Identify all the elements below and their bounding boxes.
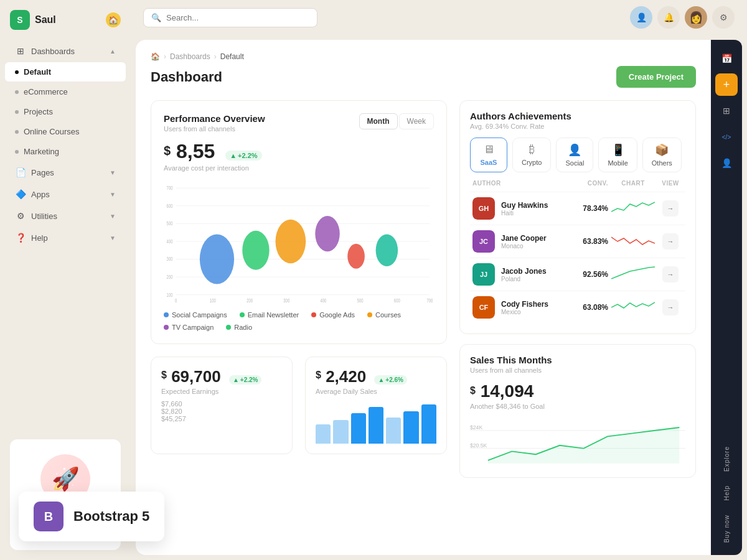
- author-name: Jane Cooper: [501, 234, 565, 243]
- cat-tab-mobile[interactable]: 📱 Mobile: [598, 138, 637, 172]
- author-avatar: JC: [472, 230, 495, 253]
- author-info: Jacob Jones Poland: [501, 267, 565, 282]
- badge-arrow: ▲: [230, 152, 237, 159]
- bubble-google: [276, 220, 306, 263]
- explore-label[interactable]: Explore: [723, 441, 730, 477]
- social-icon: 👤: [568, 143, 581, 157]
- cat-tab-crypto[interactable]: ₿ Crypto: [512, 138, 551, 172]
- sidebar-item-label: Utilities: [31, 212, 57, 221]
- sidebar-item-default[interactable]: Default: [5, 62, 126, 82]
- search-box[interactable]: 🔍: [143, 8, 317, 27]
- bar: [369, 407, 383, 444]
- tab-month[interactable]: Month: [359, 113, 398, 129]
- author-name: Cody Fishers: [501, 300, 565, 309]
- others-icon: 📦: [655, 143, 669, 157]
- authors-title: Authors Achievements: [470, 111, 685, 121]
- chevron-icon: ▼: [110, 213, 116, 220]
- cat-tab-others[interactable]: 📦 Others: [642, 138, 682, 172]
- author-chart: [608, 265, 658, 284]
- app-name: Saul: [35, 14, 56, 26]
- authors-table: AUTHOR CONV. CHART VIEW GH: [470, 180, 685, 324]
- bubble-chart: 700 600 500 400 300 200 100 0 100 200: [164, 179, 434, 304]
- buy-now-label[interactable]: Buy now: [723, 510, 730, 548]
- sales-dollar: $: [470, 385, 476, 396]
- sidebar-item-label: Dashboards: [31, 47, 75, 56]
- badge-arrow: ▲: [378, 376, 384, 383]
- notifications-button[interactable]: 🔔: [657, 6, 680, 29]
- author-view: →: [658, 299, 683, 315]
- svg-text:600: 600: [167, 203, 173, 209]
- legend-dot: [311, 312, 316, 317]
- legend-label: Google Ads: [319, 311, 355, 319]
- sidebar-item-marketing[interactable]: Marketing: [5, 142, 126, 161]
- sidebar-item-utilities[interactable]: ⚙ Utilities ▼: [5, 205, 126, 226]
- tab-week[interactable]: Week: [399, 113, 434, 129]
- topbar-icons: 👤 🔔 👩 ⚙: [630, 6, 735, 29]
- cat-tab-social[interactable]: 👤 Social: [556, 138, 593, 172]
- svg-text:600: 600: [394, 297, 400, 304]
- daily-sales-label: Average Daily Sales: [316, 388, 436, 395]
- sidebar-item-label: Default: [24, 67, 51, 77]
- legend-dot: [240, 312, 245, 317]
- earnings-dollar: $: [161, 370, 167, 381]
- dashboard-cols: Performance Overview Users from all chan…: [151, 100, 696, 478]
- stats-row: $ 69,700 ▲ +2.2% Expected Earnings: [151, 357, 447, 454]
- search-input[interactable]: [166, 13, 309, 22]
- settings-button[interactable]: ⚙: [712, 6, 735, 29]
- legend-dot: [226, 325, 231, 330]
- author-view: →: [658, 200, 683, 217]
- author-info: Guy Hawkins Haiti: [501, 201, 565, 217]
- create-project-button[interactable]: Create Project: [616, 66, 696, 88]
- sidebar-item-online-courses[interactable]: Online Courses: [5, 122, 126, 141]
- legend-item: Google Ads: [311, 311, 355, 319]
- th-conv: CONV.: [565, 180, 608, 187]
- sidebar-item-ecommerce[interactable]: eCommerce: [5, 82, 126, 101]
- topbar-avatar[interactable]: 👩: [685, 6, 707, 29]
- cat-tab-saas[interactable]: 🖥 SaaS: [470, 138, 507, 172]
- sidebar-item-projects[interactable]: Projects: [5, 102, 126, 121]
- svg-text:500: 500: [167, 220, 173, 226]
- daily-sales-value: $ 2,420 ▲ +2.6%: [316, 367, 407, 386]
- right-icon-bar: 📅 + ⊞ </> 👤 Explore Help Buy now: [711, 40, 742, 555]
- sidebar: S Saul 🏠 ⊞ Dashboards ▲ Default eCommerc…: [0, 0, 131, 560]
- topbar: 🔍 👤 🔔 👩 ⚙: [131, 0, 747, 35]
- view-button[interactable]: →: [662, 233, 679, 250]
- add-button[interactable]: +: [715, 73, 738, 96]
- sales-value: $ 14,094: [470, 381, 685, 401]
- code-button[interactable]: </>: [715, 126, 738, 148]
- sidebar-item-apps[interactable]: 🔷 Apps ▼: [5, 184, 126, 205]
- bar: [386, 418, 401, 444]
- sidebar-item-help[interactable]: ❓ Help ▼: [5, 227, 126, 248]
- page-title: Dashboard: [151, 69, 222, 85]
- sparkline-svg: [611, 199, 655, 218]
- person-button[interactable]: 👤: [715, 152, 738, 174]
- cat-label: Others: [652, 159, 672, 167]
- performance-card: Performance Overview Users from all chan…: [151, 100, 447, 344]
- view-button[interactable]: →: [662, 299, 679, 315]
- grid-button[interactable]: ⊞: [715, 100, 738, 122]
- svg-text:$24K: $24K: [470, 424, 482, 431]
- th-author: AUTHOR: [472, 180, 565, 187]
- bar: [351, 413, 366, 444]
- legend-item: Courses: [367, 311, 401, 319]
- nav-dot: [15, 130, 19, 134]
- sidebar-item-dashboards[interactable]: ⊞ Dashboards ▲: [5, 40, 126, 62]
- cat-label: Crypto: [522, 159, 542, 166]
- legend-dot: [164, 312, 169, 317]
- bar-chart-mini: [316, 400, 436, 444]
- calendar-button[interactable]: 📅: [715, 47, 738, 70]
- view-button[interactable]: →: [662, 266, 679, 282]
- sidebar-item-pages[interactable]: 📄 Pages ▼: [5, 162, 126, 183]
- perf-card-header: Performance Overview Users from all chan…: [164, 113, 434, 133]
- help-label[interactable]: Help: [723, 480, 730, 506]
- sidebar-item-label: Help: [31, 233, 48, 243]
- legend-item: Email Newsletter: [240, 311, 299, 319]
- svg-text:400: 400: [167, 238, 173, 245]
- author-name: Jacob Jones: [501, 267, 565, 276]
- breadcrumb-home-icon: 🏠: [151, 52, 160, 61]
- sales-goal: Another $48,346 to Goal: [470, 403, 685, 410]
- author-chart: [608, 232, 658, 251]
- daily-sales-badge: ▲ +2.6%: [374, 375, 407, 385]
- view-button[interactable]: →: [662, 200, 679, 217]
- topbar-avatar-small[interactable]: 👤: [630, 6, 652, 29]
